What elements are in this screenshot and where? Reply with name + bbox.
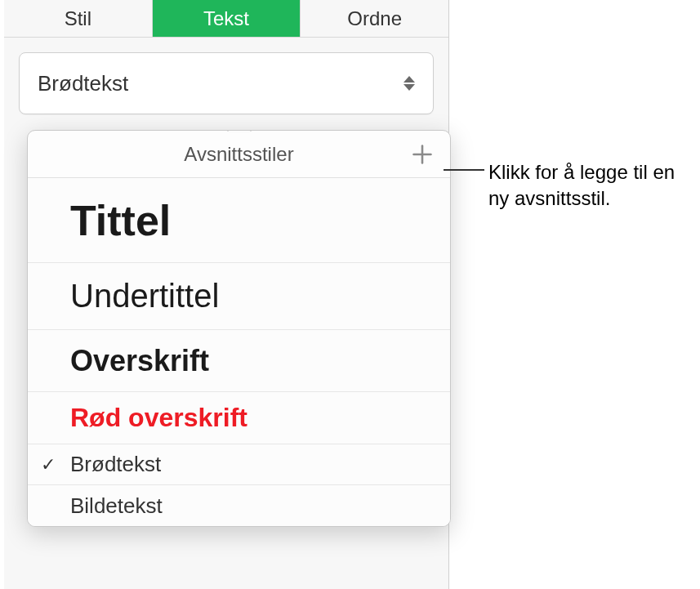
popover-title: Avsnittsstiler [184,143,293,166]
style-item-brodtekst[interactable]: ✓ Brødtekst [28,444,450,485]
tab-stil[interactable]: Stil [4,0,153,37]
format-panel: Stil Tekst Ordne Brødtekst Avsnittsstile… [4,0,449,589]
style-item-bildetekst[interactable]: Bildetekst [28,485,450,526]
style-label: Tittel [70,196,171,245]
updown-chevron-icon [404,76,415,91]
paragraph-style-list: Tittel Undertittel Overskrift Rød oversk… [28,178,450,526]
popover-header: Avsnittsstiler [28,131,450,178]
style-label: Bildetekst [70,493,163,519]
callout-text: Klikk for å legge til en ny avsnittsstil… [488,159,693,212]
paragraph-style-selected-label: Brødtekst [38,71,128,96]
format-tabs: Stil Tekst Ordne [4,0,448,38]
style-label: Undertittel [70,278,219,315]
paragraph-styles-popover: Avsnittsstiler Tittel Undertittel Oversk… [27,130,451,527]
paragraph-style-dropdown-container: Brødtekst [4,38,448,114]
checkmark-icon: ✓ [41,454,56,475]
paragraph-style-dropdown[interactable]: Brødtekst [19,52,434,114]
plus-icon [411,143,434,166]
style-item-rod-overskrift[interactable]: Rød overskrift [28,392,450,444]
style-item-undertittel[interactable]: Undertittel [28,263,450,330]
tab-tekst[interactable]: Tekst [153,0,301,37]
style-item-overskrift[interactable]: Overskrift [28,330,450,392]
callout-leader-line [444,169,484,171]
style-label: Rød overskrift [70,403,247,433]
style-label: Overskrift [70,344,209,378]
add-style-button[interactable] [409,141,435,167]
style-label: Brødtekst [70,452,161,477]
style-item-tittel[interactable]: Tittel [28,178,450,263]
tab-ordne[interactable]: Ordne [301,0,448,37]
